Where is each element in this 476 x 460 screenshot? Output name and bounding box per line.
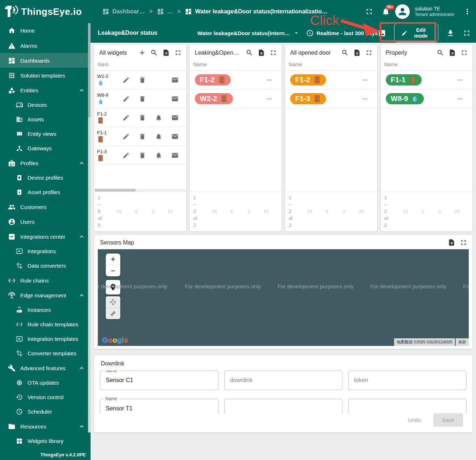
sidebar-item-alarms[interactable]: Alarms (0, 38, 91, 53)
chevron-up-icon[interactable] (78, 159, 85, 167)
chevron-right-icon[interactable] (245, 208, 253, 216)
notifications-button[interactable]: 99+ (381, 7, 390, 16)
chevron-right-icon[interactable] (149, 208, 157, 216)
more-horiz-icon[interactable] (456, 76, 464, 84)
fullscreen-icon[interactable] (174, 49, 182, 57)
undo-button[interactable]: Undo (406, 417, 423, 423)
first-page-icon[interactable] (402, 208, 410, 216)
sidebar-item-resources[interactable]: Resources (0, 419, 91, 434)
pencil-icon[interactable] (122, 133, 130, 140)
last-page-icon[interactable] (262, 208, 270, 216)
more-horiz-icon[interactable] (266, 76, 273, 84)
sidebar-item-integrations-center[interactable]: Integrations center (0, 229, 91, 244)
sidebar-item-gateways[interactable]: Gateways (0, 141, 91, 155)
sidebar-item-integrations[interactable]: Integrations (0, 244, 91, 258)
sidebar-item-customers[interactable]: Customers (0, 199, 91, 214)
chevron-up-icon[interactable] (78, 423, 85, 430)
chevron-left-icon[interactable] (228, 208, 236, 216)
sidebar-item-advanced-features[interactable]: Advanced features (0, 360, 91, 375)
sidebar-item-devices[interactable]: Devices (0, 97, 91, 112)
text-field-1-0[interactable]: NameSensor T1 (100, 399, 218, 413)
delete-icon[interactable] (139, 95, 146, 103)
entity-pill[interactable]: F1-3 (290, 93, 326, 104)
google-logo[interactable]: Google (102, 336, 128, 344)
entity-name-cell[interactable]: W2-2 (97, 74, 118, 86)
email-icon[interactable] (171, 114, 179, 121)
download-icon[interactable] (446, 29, 455, 37)
chevron-up-icon[interactable] (78, 292, 85, 299)
entity-name-cell[interactable]: F1-2 (97, 111, 118, 124)
email-icon[interactable] (171, 76, 179, 84)
text-field-1-1[interactable] (224, 399, 343, 413)
pencil-icon[interactable] (122, 76, 130, 84)
chevron-up-icon[interactable] (78, 233, 85, 241)
sidebar-item-integration-templates[interactable]: Integration templates (0, 331, 91, 346)
horizontal-scrollbar-thumb[interactable] (95, 189, 135, 192)
email-icon[interactable] (171, 152, 179, 159)
sidebar-item-entities[interactable]: Entities (0, 83, 91, 97)
google-map[interactable]: + − For development purposes onlyFor dev… (98, 249, 469, 346)
bell-icon[interactable] (155, 152, 162, 159)
sidebar-item-scheduler[interactable]: Scheduler (0, 404, 91, 419)
chevron-left-icon[interactable] (419, 208, 427, 216)
breadcrumb-item-2[interactable]: Water leakage&Door status(Internationali… (185, 8, 327, 15)
sidebar-item-profiles[interactable]: Profiles (0, 155, 91, 170)
chevron-right-icon[interactable] (340, 208, 348, 216)
sidebar-item-home[interactable]: Home (0, 23, 91, 38)
sidebar-item-entity-views[interactable]: Entity views (0, 126, 91, 141)
search-icon[interactable] (437, 49, 444, 57)
zoom-out-button[interactable]: − (106, 265, 120, 276)
sidebar-item-instances[interactable]: Instances (0, 302, 91, 317)
zoom-in-button[interactable]: + (106, 254, 120, 265)
delete-icon[interactable] (139, 133, 146, 140)
timewindow-button[interactable]: Realtime - last 300 days (306, 29, 378, 37)
more-horiz-icon[interactable] (361, 95, 368, 103)
delete-icon[interactable] (139, 152, 146, 159)
user-block[interactable]: solution TE Tenant administrator (415, 6, 454, 18)
first-page-icon[interactable] (115, 208, 123, 216)
bell-icon[interactable] (155, 133, 162, 140)
chevron-up-icon[interactable] (78, 87, 85, 94)
sidebar-scrollbar[interactable] (88, 23, 91, 432)
chevron-left-icon[interactable] (323, 208, 331, 216)
sidebar-item-data-converters[interactable]: Data converters (0, 258, 91, 273)
export-file-icon[interactable] (258, 49, 265, 57)
entity-pill[interactable]: W2-2 (195, 93, 233, 104)
image-icon[interactable] (378, 29, 386, 37)
dashboard-select[interactable]: Water leakage&Door status(Intern… (197, 30, 300, 36)
export-file-icon[interactable] (448, 49, 456, 57)
sidebar-item-device-profiles[interactable]: Device profiles (0, 170, 91, 185)
sidebar-item-edge-management[interactable]: Edge management (0, 288, 91, 302)
more-horiz-icon[interactable] (266, 95, 273, 103)
search-icon[interactable] (341, 49, 349, 57)
pencil-icon[interactable] (122, 95, 130, 103)
entity-pill[interactable]: F1-1 (386, 74, 422, 85)
map-eraser-button[interactable] (106, 308, 120, 319)
sidebar-item-rule-chain-templates[interactable]: Rule chain templates (0, 317, 91, 331)
fullscreen-icon[interactable] (270, 49, 277, 57)
search-icon[interactable] (246, 49, 253, 57)
sidebar-item-users[interactable]: Users (0, 214, 91, 229)
add-icon[interactable] (138, 49, 146, 57)
sidebar-item-asset-profiles[interactable]: Asset profiles (0, 185, 91, 199)
map-move-button[interactable] (106, 296, 120, 308)
sidebar-item-rule-chains[interactable]: Rule chains (0, 273, 91, 288)
fullscreen-icon[interactable] (460, 239, 467, 246)
fullscreen-icon[interactable] (365, 49, 373, 57)
entity-name-cell[interactable]: F1-3 (97, 149, 118, 162)
last-page-icon[interactable] (453, 208, 461, 216)
app-logo[interactable]: ThingsEye.io (0, 4, 91, 19)
fullscreen-icon[interactable] (365, 7, 373, 16)
last-page-icon[interactable] (357, 208, 365, 216)
sidebar-scrollbar-thumb[interactable] (88, 23, 91, 117)
more-vert-icon[interactable] (463, 7, 472, 16)
more-horiz-icon[interactable] (361, 76, 368, 84)
sidebar-item-converter-templates[interactable]: Converter templates (0, 346, 91, 360)
entity-name-cell[interactable]: F1-1 (97, 130, 118, 143)
avatar[interactable] (395, 4, 410, 19)
fullscreen-icon[interactable] (463, 29, 471, 37)
first-page-icon[interactable] (211, 208, 219, 216)
delete-icon[interactable] (139, 114, 146, 121)
delete-icon[interactable] (139, 76, 146, 84)
bell-icon[interactable] (155, 114, 162, 121)
